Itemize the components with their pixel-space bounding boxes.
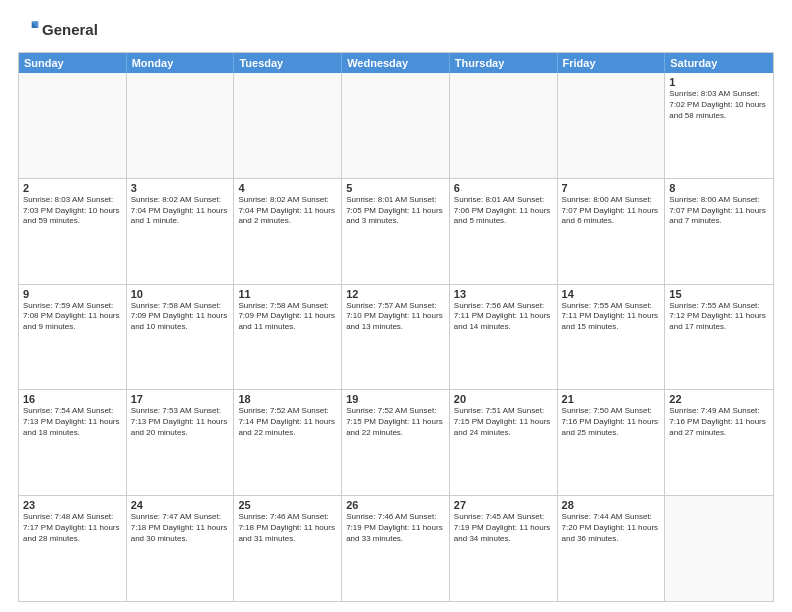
day-number: 12 <box>346 288 445 300</box>
day-header-tuesday: Tuesday <box>234 53 342 73</box>
page-header: General <box>18 18 774 42</box>
empty-cell <box>665 496 773 601</box>
empty-cell <box>127 73 235 178</box>
logo-text: General <box>42 22 98 39</box>
day-info: Sunrise: 7:55 AM Sunset: 7:11 PM Dayligh… <box>562 301 661 333</box>
calendar: SundayMondayTuesdayWednesdayThursdayFrid… <box>18 52 774 602</box>
logo: General <box>18 18 98 42</box>
day-number: 9 <box>23 288 122 300</box>
calendar-day-25: 25Sunrise: 7:46 AM Sunset: 7:18 PM Dayli… <box>234 496 342 601</box>
day-number: 24 <box>131 499 230 511</box>
day-info: Sunrise: 7:47 AM Sunset: 7:18 PM Dayligh… <box>131 512 230 544</box>
day-number: 2 <box>23 182 122 194</box>
day-info: Sunrise: 7:44 AM Sunset: 7:20 PM Dayligh… <box>562 512 661 544</box>
day-number: 28 <box>562 499 661 511</box>
day-info: Sunrise: 7:49 AM Sunset: 7:16 PM Dayligh… <box>669 406 769 438</box>
day-info: Sunrise: 8:00 AM Sunset: 7:07 PM Dayligh… <box>562 195 661 227</box>
calendar-day-6: 6Sunrise: 8:01 AM Sunset: 7:06 PM Daylig… <box>450 179 558 284</box>
calendar-day-28: 28Sunrise: 7:44 AM Sunset: 7:20 PM Dayli… <box>558 496 666 601</box>
calendar-week-5: 23Sunrise: 7:48 AM Sunset: 7:17 PM Dayli… <box>19 495 773 601</box>
empty-cell <box>450 73 558 178</box>
day-info: Sunrise: 8:01 AM Sunset: 7:05 PM Dayligh… <box>346 195 445 227</box>
day-header-thursday: Thursday <box>450 53 558 73</box>
day-header-monday: Monday <box>127 53 235 73</box>
day-number: 18 <box>238 393 337 405</box>
empty-cell <box>558 73 666 178</box>
day-info: Sunrise: 7:50 AM Sunset: 7:16 PM Dayligh… <box>562 406 661 438</box>
calendar-day-10: 10Sunrise: 7:58 AM Sunset: 7:09 PM Dayli… <box>127 285 235 390</box>
logo-icon <box>20 18 40 38</box>
day-number: 22 <box>669 393 769 405</box>
day-number: 8 <box>669 182 769 194</box>
day-number: 19 <box>346 393 445 405</box>
day-info: Sunrise: 7:58 AM Sunset: 7:09 PM Dayligh… <box>238 301 337 333</box>
calendar-day-17: 17Sunrise: 7:53 AM Sunset: 7:13 PM Dayli… <box>127 390 235 495</box>
day-number: 25 <box>238 499 337 511</box>
day-info: Sunrise: 8:00 AM Sunset: 7:07 PM Dayligh… <box>669 195 769 227</box>
day-number: 14 <box>562 288 661 300</box>
calendar-day-3: 3Sunrise: 8:02 AM Sunset: 7:04 PM Daylig… <box>127 179 235 284</box>
calendar-day-19: 19Sunrise: 7:52 AM Sunset: 7:15 PM Dayli… <box>342 390 450 495</box>
calendar-day-27: 27Sunrise: 7:45 AM Sunset: 7:19 PM Dayli… <box>450 496 558 601</box>
day-number: 11 <box>238 288 337 300</box>
day-info: Sunrise: 7:46 AM Sunset: 7:19 PM Dayligh… <box>346 512 445 544</box>
day-info: Sunrise: 8:02 AM Sunset: 7:04 PM Dayligh… <box>238 195 337 227</box>
calendar-week-4: 16Sunrise: 7:54 AM Sunset: 7:13 PM Dayli… <box>19 389 773 495</box>
day-info: Sunrise: 7:45 AM Sunset: 7:19 PM Dayligh… <box>454 512 553 544</box>
day-number: 3 <box>131 182 230 194</box>
day-header-saturday: Saturday <box>665 53 773 73</box>
calendar-day-1: 1Sunrise: 8:03 AM Sunset: 7:02 PM Daylig… <box>665 73 773 178</box>
day-header-sunday: Sunday <box>19 53 127 73</box>
day-info: Sunrise: 7:58 AM Sunset: 7:09 PM Dayligh… <box>131 301 230 333</box>
calendar-day-18: 18Sunrise: 7:52 AM Sunset: 7:14 PM Dayli… <box>234 390 342 495</box>
day-number: 6 <box>454 182 553 194</box>
calendar-day-13: 13Sunrise: 7:56 AM Sunset: 7:11 PM Dayli… <box>450 285 558 390</box>
calendar-day-4: 4Sunrise: 8:02 AM Sunset: 7:04 PM Daylig… <box>234 179 342 284</box>
day-header-wednesday: Wednesday <box>342 53 450 73</box>
calendar-day-14: 14Sunrise: 7:55 AM Sunset: 7:11 PM Dayli… <box>558 285 666 390</box>
day-info: Sunrise: 7:57 AM Sunset: 7:10 PM Dayligh… <box>346 301 445 333</box>
day-number: 10 <box>131 288 230 300</box>
day-number: 16 <box>23 393 122 405</box>
empty-cell <box>342 73 450 178</box>
calendar-day-5: 5Sunrise: 8:01 AM Sunset: 7:05 PM Daylig… <box>342 179 450 284</box>
day-info: Sunrise: 7:48 AM Sunset: 7:17 PM Dayligh… <box>23 512 122 544</box>
calendar-day-7: 7Sunrise: 8:00 AM Sunset: 7:07 PM Daylig… <box>558 179 666 284</box>
calendar-week-2: 2Sunrise: 8:03 AM Sunset: 7:03 PM Daylig… <box>19 178 773 284</box>
day-header-friday: Friday <box>558 53 666 73</box>
calendar-week-1: 1Sunrise: 8:03 AM Sunset: 7:02 PM Daylig… <box>19 73 773 178</box>
day-info: Sunrise: 7:52 AM Sunset: 7:14 PM Dayligh… <box>238 406 337 438</box>
day-info: Sunrise: 7:59 AM Sunset: 7:08 PM Dayligh… <box>23 301 122 333</box>
day-info: Sunrise: 7:46 AM Sunset: 7:18 PM Dayligh… <box>238 512 337 544</box>
day-info: Sunrise: 7:56 AM Sunset: 7:11 PM Dayligh… <box>454 301 553 333</box>
calendar-day-9: 9Sunrise: 7:59 AM Sunset: 7:08 PM Daylig… <box>19 285 127 390</box>
day-info: Sunrise: 7:52 AM Sunset: 7:15 PM Dayligh… <box>346 406 445 438</box>
calendar-day-26: 26Sunrise: 7:46 AM Sunset: 7:19 PM Dayli… <box>342 496 450 601</box>
day-number: 23 <box>23 499 122 511</box>
day-number: 17 <box>131 393 230 405</box>
calendar-day-15: 15Sunrise: 7:55 AM Sunset: 7:12 PM Dayli… <box>665 285 773 390</box>
calendar-header: SundayMondayTuesdayWednesdayThursdayFrid… <box>19 53 773 73</box>
calendar-day-22: 22Sunrise: 7:49 AM Sunset: 7:16 PM Dayli… <box>665 390 773 495</box>
day-info: Sunrise: 7:55 AM Sunset: 7:12 PM Dayligh… <box>669 301 769 333</box>
calendar-day-12: 12Sunrise: 7:57 AM Sunset: 7:10 PM Dayli… <box>342 285 450 390</box>
calendar-day-8: 8Sunrise: 8:00 AM Sunset: 7:07 PM Daylig… <box>665 179 773 284</box>
day-number: 13 <box>454 288 553 300</box>
day-info: Sunrise: 8:03 AM Sunset: 7:02 PM Dayligh… <box>669 89 769 121</box>
day-info: Sunrise: 8:02 AM Sunset: 7:04 PM Dayligh… <box>131 195 230 227</box>
day-number: 15 <box>669 288 769 300</box>
calendar-day-20: 20Sunrise: 7:51 AM Sunset: 7:15 PM Dayli… <box>450 390 558 495</box>
day-info: Sunrise: 7:53 AM Sunset: 7:13 PM Dayligh… <box>131 406 230 438</box>
day-number: 26 <box>346 499 445 511</box>
calendar-body: 1Sunrise: 8:03 AM Sunset: 7:02 PM Daylig… <box>19 73 773 601</box>
day-number: 20 <box>454 393 553 405</box>
calendar-day-16: 16Sunrise: 7:54 AM Sunset: 7:13 PM Dayli… <box>19 390 127 495</box>
calendar-day-21: 21Sunrise: 7:50 AM Sunset: 7:16 PM Dayli… <box>558 390 666 495</box>
day-number: 7 <box>562 182 661 194</box>
day-number: 5 <box>346 182 445 194</box>
day-info: Sunrise: 8:01 AM Sunset: 7:06 PM Dayligh… <box>454 195 553 227</box>
day-number: 4 <box>238 182 337 194</box>
day-number: 27 <box>454 499 553 511</box>
day-number: 1 <box>669 76 769 88</box>
calendar-day-24: 24Sunrise: 7:47 AM Sunset: 7:18 PM Dayli… <box>127 496 235 601</box>
